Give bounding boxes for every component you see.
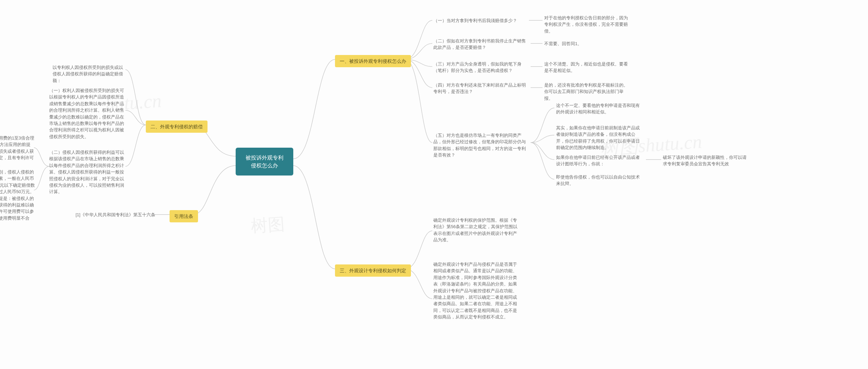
b2-item2-sub2: 根据专利权的类别，侵权人侵权的性质和情节等因素，一般在人民币5000元以上30万… bbox=[0, 169, 36, 228]
b1-a3: 这个不清楚。因为，相近似也是侵权。要看是不是相近似。 bbox=[544, 61, 631, 74]
branch-4-label: 引用法条 bbox=[174, 214, 193, 219]
b1-q4: （四）对方在专利还未批下来时就在产品上标明专利号，是否违法？ bbox=[433, 82, 528, 95]
b3-item2: 确定外观设计专利产品与侵权产品是否属于相同或者类似产品。通常是以产品的功能、用途… bbox=[433, 261, 520, 320]
b4-item1: [1]《中华人民共和国专利法》第五十六条 bbox=[76, 212, 155, 218]
b1-a5b: 其实，如果你在他申请日前就制造该产品或者做好制造该产品的准备，但没有构成公开，你… bbox=[556, 125, 643, 151]
branch-2-label: 二、外观专利侵权的赔偿 bbox=[151, 124, 203, 129]
b1-a5a: 这个不一定。要看他的专利申请是否和现有的外观设计相同和相近似。 bbox=[556, 103, 643, 116]
branch-3[interactable]: 三、外观设计专利侵权如何判定 bbox=[335, 264, 411, 277]
root-node[interactable]: 被投诉外观专利侵权怎么办 bbox=[236, 148, 293, 176]
branch-3-label: 三、外观设计专利侵权如何判定 bbox=[340, 268, 406, 273]
b1-a1: 对于在他的专利授权公告日前的部分，因为专利权没产生，你没有侵权，完全不需要赔偿。 bbox=[544, 15, 631, 35]
branch-2[interactable]: 二、外观专利侵权的赔偿 bbox=[146, 121, 208, 133]
b1-q3: （三）对方产品为全身透明，假如我的笔下身（笔杆）部分为实色，是否还构成侵权？ bbox=[433, 61, 528, 74]
b2-item1: （一）权利人因被侵权所受到的损失可以根据专利权人的专利产品因侵权所造成销售量减少… bbox=[49, 88, 125, 140]
branch-1-label: 一、被投诉外观专利侵权怎么办 bbox=[340, 58, 406, 64]
root-label: 被投诉外观专利侵权怎么办 bbox=[245, 155, 283, 168]
b1-a5d: 即使他告你侵权，你也可以以自由公知技术来抗辩。 bbox=[556, 174, 643, 187]
b1-a5c-sub: 破坏了该外观设计申请的新颖性，你可以请求专利复审委员会宣告其专利无效 bbox=[663, 154, 749, 168]
branch-1[interactable]: 一、被投诉外观专利侵权怎么办 bbox=[335, 55, 411, 67]
b2-item2-sub1: 参照专利许可使用费的1至3倍合理确定赔偿数额;该方法应用的前提是：被侵权人的损失… bbox=[0, 135, 36, 168]
b1-q5: （五）对方也是模仿市场上一有专利的同类产品，但外形已经过修改，但笔身的印花部分仍… bbox=[433, 132, 528, 159]
b1-a5c: 如果你在他申请日前已经有公开该产品或者设计图纸等行为，你就： bbox=[556, 154, 643, 168]
watermark-center: 树图 bbox=[250, 213, 285, 238]
b2-item2: （二）侵权人因侵权所获得的利益可以根据该侵权产品在市场上销售的总数乘以每件侵权产… bbox=[49, 149, 125, 196]
b1-a2: 不需要。回答同1。 bbox=[544, 41, 612, 47]
b1-q1: （一）当对方拿到专利书后我须赔偿多少？ bbox=[433, 18, 528, 24]
b1-a4: 是的，还没有批准的专利权是不能标注的。你可以去工商部门和知识产权执法部门举报。 bbox=[544, 82, 631, 102]
branch-4[interactable]: 引用法条 bbox=[170, 210, 198, 222]
b2-intro: 以专利权人因侵权所受到的损失或以侵权人因侵权所获得的利益确定赔偿额： bbox=[53, 64, 125, 84]
b3-item1: 确定外观设计专利权的保护范围。根据《专利法》第56条第二款之规定，其保护范围以表… bbox=[433, 217, 520, 244]
b1-q2: （二）假如在对方拿到专利书前我停止生产销售此款产品，是否还要赔偿？ bbox=[433, 38, 528, 51]
